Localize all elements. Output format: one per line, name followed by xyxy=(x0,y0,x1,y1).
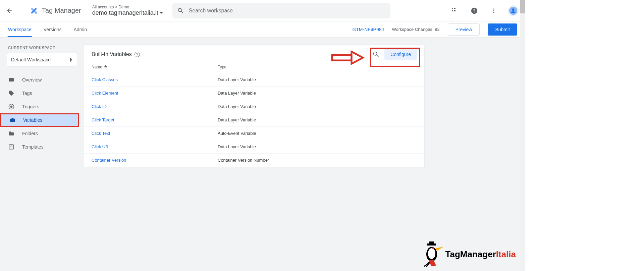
variable-type: Container Version Number xyxy=(218,158,417,163)
variable-name-link[interactable]: Click URL xyxy=(92,144,111,149)
table-row[interactable]: Click TargetData Layer Variable xyxy=(84,113,424,127)
search-icon[interactable] xyxy=(372,51,380,58)
breadcrumb: All accounts > Demo xyxy=(92,5,163,9)
variable-type: Auto-Event Variable xyxy=(218,131,417,136)
search-icon xyxy=(177,7,184,14)
gtm-icon xyxy=(29,6,39,15)
variable-type: Data Layer Variable xyxy=(218,104,417,109)
template-icon xyxy=(8,144,15,150)
svg-point-16 xyxy=(10,106,13,108)
sort-asc-icon xyxy=(104,65,108,69)
container-selector[interactable]: All accounts > Demo demo.tagmanageritali… xyxy=(92,5,163,16)
nav-right: GTM-NF4P98J Workspace Changes: 92 Previe… xyxy=(352,21,517,37)
apps-icon xyxy=(452,8,458,14)
svg-rect-29 xyxy=(429,241,434,244)
preview-button[interactable]: Preview xyxy=(448,23,480,36)
sidebar-nav: Overview Tags Triggers Variables Folders xyxy=(0,73,84,154)
table-row[interactable]: Click URLData Layer Variable xyxy=(84,140,424,154)
svg-point-30 xyxy=(432,247,434,249)
variable-icon xyxy=(9,117,16,123)
chevron-right-icon xyxy=(69,57,73,62)
sidebar-item-tags[interactable]: Tags xyxy=(0,87,79,100)
help-icon: ? xyxy=(471,7,478,14)
table-row[interactable]: Container VersionContainer Version Numbe… xyxy=(84,154,424,167)
sidebar-item-overview[interactable]: Overview xyxy=(0,73,79,87)
svg-rect-3 xyxy=(452,8,453,9)
variable-name-link[interactable]: Click Element xyxy=(92,91,118,96)
watermark: TagManagerItalia xyxy=(420,241,516,268)
sidebar-item-label: Variables xyxy=(23,117,42,123)
nav-tabs: Workspace Versions Admin xyxy=(8,21,87,37)
svg-rect-18 xyxy=(11,118,12,119)
column-name-header[interactable]: Name xyxy=(92,65,218,69)
sidebar-item-label: Folders xyxy=(22,131,38,136)
avatar-icon xyxy=(510,7,517,14)
variable-name-link[interactable]: Container Version xyxy=(92,158,126,163)
variable-name-link[interactable]: Click Text xyxy=(92,131,110,136)
card-title: Built-In Variables xyxy=(92,51,132,57)
workspace-changes: Workspace Changes: 92 xyxy=(392,27,440,32)
dashboard-icon xyxy=(8,76,15,83)
container-id[interactable]: GTM-NF4P98J xyxy=(352,27,384,32)
table-header: Name Type xyxy=(84,61,424,73)
variable-type: Data Layer Variable xyxy=(218,144,417,149)
card-header: Built-In Variables ? Configure xyxy=(84,45,424,61)
tab-versions[interactable]: Versions xyxy=(44,21,62,37)
main-content: Built-In Variables ? Configure xyxy=(84,38,525,271)
sidebar: CURRENT WORKSPACE Default Workspace Over… xyxy=(0,38,84,271)
sidebar-item-templates[interactable]: Templates xyxy=(0,140,79,154)
product-logo[interactable]: Tag Manager xyxy=(29,6,81,15)
arrow-left-icon xyxy=(6,7,13,14)
sidebar-item-label: Overview xyxy=(22,77,42,83)
table-body: Click ClassesData Layer VariableClick El… xyxy=(84,73,424,167)
trigger-icon xyxy=(8,103,15,110)
back-button[interactable] xyxy=(3,4,16,17)
svg-text:?: ? xyxy=(473,8,476,13)
account-button[interactable] xyxy=(506,4,520,17)
sidebar-item-triggers[interactable]: Triggers xyxy=(0,100,79,113)
svg-point-12 xyxy=(493,12,494,13)
woodpecker-icon xyxy=(420,241,443,268)
sidebar-item-variables[interactable]: Variables xyxy=(0,113,79,127)
help-button[interactable]: ? xyxy=(468,4,481,17)
variable-name-link[interactable]: Click Classes xyxy=(92,77,118,82)
top-bar-right: ? xyxy=(448,4,520,17)
variable-name-link[interactable]: Click Target xyxy=(92,117,114,122)
configure-button[interactable]: Configure xyxy=(384,49,417,60)
table-row[interactable]: Click TextAuto-Event Variable xyxy=(84,127,424,140)
svg-marker-24 xyxy=(352,52,363,64)
submit-button[interactable]: Submit xyxy=(488,23,517,36)
folder-icon xyxy=(8,130,15,137)
svg-rect-20 xyxy=(13,118,14,119)
more-button[interactable] xyxy=(487,4,500,17)
apps-button[interactable] xyxy=(448,4,462,17)
tag-icon xyxy=(8,90,15,97)
variable-type: Data Layer Variable xyxy=(218,91,417,96)
svg-rect-22 xyxy=(10,146,13,147)
search-box[interactable] xyxy=(172,3,390,18)
top-bar: Tag Manager All accounts > Demo demo.tag… xyxy=(0,0,525,21)
scrollbar-thumb[interactable] xyxy=(520,0,525,13)
table-row[interactable]: Click IDData Layer Variable xyxy=(84,100,424,113)
svg-rect-4 xyxy=(454,8,455,9)
svg-rect-7 xyxy=(454,10,455,11)
tab-admin[interactable]: Admin xyxy=(73,21,87,37)
svg-point-26 xyxy=(428,248,435,259)
table-row[interactable]: Click ElementData Layer Variable xyxy=(84,87,424,100)
variable-name-link[interactable]: Click ID xyxy=(92,104,107,109)
svg-rect-19 xyxy=(12,118,13,119)
svg-rect-21 xyxy=(9,145,13,149)
scrollbar[interactable] xyxy=(520,0,525,271)
watermark-text: TagManagerItalia xyxy=(445,249,516,260)
svg-rect-14 xyxy=(9,78,14,82)
table-row[interactable]: Click ClassesData Layer Variable xyxy=(84,73,424,87)
sidebar-item-folders[interactable]: Folders xyxy=(0,127,79,140)
help-icon[interactable]: ? xyxy=(135,52,140,57)
product-title: Tag Manager xyxy=(42,7,81,14)
column-type-header[interactable]: Type xyxy=(218,65,417,69)
svg-rect-6 xyxy=(452,10,453,11)
workspace-selector[interactable]: Default Workspace xyxy=(7,53,77,66)
secondary-nav: Workspace Versions Admin GTM-NF4P98J Wor… xyxy=(0,21,525,38)
search-input[interactable] xyxy=(189,8,386,14)
tab-workspace[interactable]: Workspace xyxy=(8,21,32,37)
